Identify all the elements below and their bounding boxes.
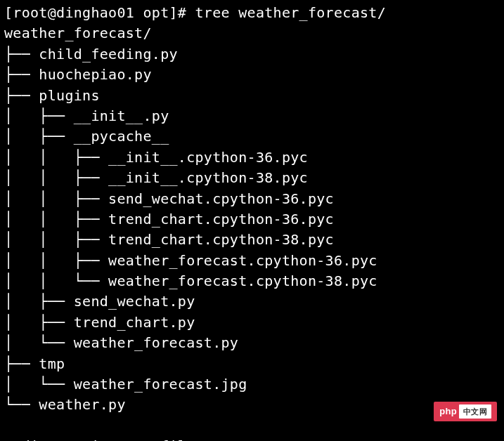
tree-entry: │ └── weather_forecast.py (4, 333, 500, 353)
summary-line: 3 directories, 15 files (4, 436, 500, 441)
watermark-right: 中文网 (459, 404, 491, 419)
tree-entry: │ ├── trend_chart.py (4, 312, 500, 333)
tree-entry: ├── child_feeding.py (4, 44, 500, 65)
tree-entry: │ │ ├── trend_chart.cpython-36.pyc (4, 209, 500, 230)
tree-root: weather_forecast/ (4, 23, 500, 44)
watermark-left: php (439, 404, 457, 418)
tree-entry: │ ├── __pycache__ (4, 126, 500, 147)
tree-entry: │ ├── send_wechat.py (4, 291, 500, 312)
tree-entry: │ │ ├── __init__.cpython-36.pyc (4, 147, 500, 168)
watermark-badge: php 中文网 (434, 402, 497, 421)
tree-entry: │ │ ├── send_wechat.cpython-36.pyc (4, 189, 500, 209)
tree-output: ├── child_feeding.py├── huochepiao.py├──… (4, 44, 500, 416)
tree-entry: │ │ ├── trend_chart.cpython-38.pyc (4, 230, 500, 250)
tree-entry: ├── huochepiao.py (4, 65, 500, 85)
tree-entry: │ │ ├── weather_forecast.cpython-36.pyc (4, 251, 500, 271)
blank-line (4, 416, 500, 436)
tree-entry: │ ├── __init__.py (4, 106, 500, 126)
tree-entry: │ │ ├── __init__.cpython-38.pyc (4, 168, 500, 188)
tree-entry: └── weather.py (4, 395, 500, 415)
tree-entry: │ │ └── weather_forecast.cpython-38.pyc (4, 271, 500, 291)
prompt-text: [root@dinghao01 opt]# tree weather_forec… (4, 4, 386, 21)
tree-entry: │ └── weather_forecast.jpg (4, 374, 500, 395)
tree-entry: ├── plugins (4, 86, 500, 106)
prompt-line: [root@dinghao01 opt]# tree weather_forec… (4, 3, 500, 23)
tree-entry: ├── tmp (4, 354, 500, 374)
